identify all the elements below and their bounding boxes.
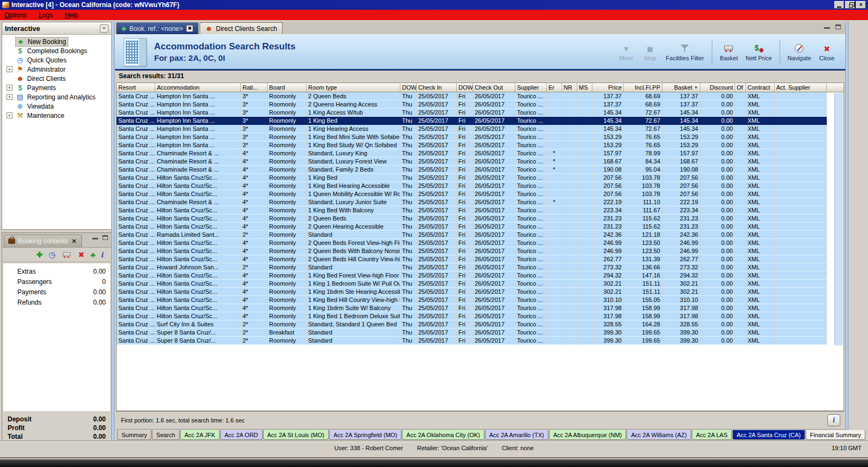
menu-options[interactable]: Options xyxy=(4,11,27,19)
table-row[interactable]: Santa Cruz ...Hilton Santa Cruz/Sc...4*R… xyxy=(117,174,844,182)
bottom-tab-acc-2a-albuquerque-nm[interactable]: Acc 2A Albuquerque (NM) xyxy=(549,430,627,440)
column-header-contract[interactable]: Contract xyxy=(746,83,775,92)
quote-clock-icon[interactable]: ◷ xyxy=(49,251,55,258)
table-row[interactable]: Santa Cruz ...Hilton Santa Cruz/Sc...4*R… xyxy=(117,239,844,247)
table-row[interactable]: Santa Cruz ...Hilton Santa Cruz/Sc...4*R… xyxy=(117,255,844,263)
table-row[interactable]: Santa Cruz ...Hilton Santa Cruz/Sc...4*R… xyxy=(117,288,844,296)
column-header-board[interactable]: Board xyxy=(267,83,307,92)
table-row[interactable]: Santa Cruz ...Ramada Limited Sant...2*Ro… xyxy=(117,231,844,239)
minimize-icon[interactable] xyxy=(834,1,844,9)
column-header-of[interactable]: Of xyxy=(735,83,746,92)
column-header-room-type[interactable]: Room type xyxy=(307,83,400,92)
sidebar-item-completed-bookings[interactable]: $Completed Bookings xyxy=(2,46,111,55)
bottom-tab-summary[interactable]: Summary xyxy=(117,430,151,440)
tree-expander-icon[interactable]: + xyxy=(7,112,12,118)
panel-maximize-icon[interactable] xyxy=(835,24,841,29)
bottom-tab-acc-2a-ord[interactable]: Acc 2A ORD xyxy=(220,430,263,440)
bottom-tab-acc-2a-santa-cruz-ca[interactable]: Acc 2A Santa Cruz (CA) xyxy=(732,430,805,440)
column-header-incl-fl-pp[interactable]: Incl.Fl.PP xyxy=(624,83,662,92)
column-header-accommodation[interactable]: Accommodation xyxy=(155,83,241,92)
sidebar-item-reporting-and-analytics[interactable]: +▤Reporting and Analytics xyxy=(2,92,111,102)
tree-expander-icon[interactable]: + xyxy=(7,94,12,100)
table-row[interactable]: Santa Cruz ...Hilton Santa Cruz/Sc...4*R… xyxy=(117,312,844,320)
table-row[interactable]: Santa Cruz ...Hampton Inn Santa ...3*Roo… xyxy=(117,100,844,109)
panel-maximize-icon[interactable] xyxy=(103,235,108,240)
sidebar-item-maintenance[interactable]: +⚒Maintenance xyxy=(2,111,111,120)
bottom-tab-acc-2a-jfk[interactable]: Acc 2A JFK xyxy=(180,430,220,440)
column-header-act-supplier[interactable]: Act. Supplier xyxy=(775,83,827,92)
bottom-tab-acc-2a-amarillo-tx[interactable]: Acc 2A Amarillo (TX) xyxy=(485,430,548,440)
table-row[interactable]: Santa Cruz ...Hilton Santa Cruz/Sc...4*R… xyxy=(117,304,844,312)
sidebar-item-direct-clients[interactable]: ☻Direct Clients xyxy=(2,74,111,83)
table-row[interactable]: Santa Cruz ...Hilton Santa Cruz/Sc...4*R… xyxy=(117,280,844,288)
table-row[interactable]: Santa Cruz ...Hilton Santa Cruz/Sc...4*R… xyxy=(117,247,844,255)
basket-button[interactable]: Basket xyxy=(716,41,742,64)
table-row[interactable]: Santa Cruz ...Chaminade Resort & ...4*Ro… xyxy=(117,149,844,157)
table-row[interactable]: Santa Cruz ...Howard Johnson San...2*Roo… xyxy=(117,263,844,272)
booking-contents-tab[interactable]: Booking contents ✕ xyxy=(4,235,82,247)
sidebar-item-viewdata[interactable]: ⊕Viewdata xyxy=(2,102,111,111)
left-splitter[interactable] xyxy=(111,22,114,441)
table-row[interactable]: Santa Cruz ...Chaminade Resort & ...4*Ro… xyxy=(117,157,844,166)
close-tab-icon[interactable]: ✖ xyxy=(186,25,193,32)
panel-minimize-icon[interactable] xyxy=(824,27,830,29)
tree-expander-icon[interactable]: + xyxy=(7,66,12,72)
collapse-panel-icon[interactable]: − xyxy=(100,24,108,33)
tree-expander-icon[interactable]: + xyxy=(7,85,12,91)
table-row[interactable]: Santa Cruz ...Chaminade Resort & ...4*Ro… xyxy=(117,166,844,174)
sidebar-item-administrator[interactable]: +⚑Administrator xyxy=(2,65,111,74)
nett-price-button[interactable]: Nett Price xyxy=(742,41,775,64)
table-row[interactable]: Santa Cruz ...Hampton Inn Santa ...3*Roo… xyxy=(117,109,844,117)
bottom-tab-acc-2a-springfield-mo[interactable]: Acc 2A Springfield (MO) xyxy=(329,430,401,440)
column-header-dow[interactable]: DOW xyxy=(400,83,417,92)
facilities-filter-button[interactable]: Facilities Filter xyxy=(662,41,707,64)
sidebar-item-quick-quotes[interactable]: ◷Quick Quotes xyxy=(2,55,111,65)
menu-help[interactable]: Help xyxy=(65,11,78,19)
table-row[interactable]: Santa Cruz ...Hilton Santa Cruz/Sc...4*R… xyxy=(117,182,844,190)
table-row[interactable]: Santa Cruz ...Hilton Santa Cruz/Sc...4*R… xyxy=(117,296,844,304)
restore-icon[interactable] xyxy=(845,1,855,9)
info-button[interactable]: i xyxy=(827,414,840,426)
column-header-er[interactable]: Er xyxy=(547,83,562,92)
column-header-price[interactable]: Price xyxy=(592,83,624,92)
table-row[interactable]: Santa Cruz ...Super 8 Santa Cruz/...2*Br… xyxy=(117,329,844,337)
column-header-supplier[interactable]: Supplier xyxy=(515,83,547,92)
panel-minimize-icon[interactable] xyxy=(92,238,98,239)
bottom-tab-financial-summary[interactable]: Financial Summary xyxy=(806,430,865,440)
column-header-discount[interactable]: Discount xyxy=(700,83,735,92)
table-row[interactable]: Santa Cruz ...Hampton Inn Santa ...3*Roo… xyxy=(117,125,844,133)
menu-logs[interactable]: Logs xyxy=(39,11,53,19)
table-row[interactable]: Santa Cruz ...Hilton Santa Cruz/Sc...4*R… xyxy=(117,214,844,223)
close-button[interactable]: ✖Close xyxy=(815,41,839,64)
delete-icon[interactable]: ✖ xyxy=(78,251,85,258)
navigate-button[interactable]: Navigate xyxy=(784,41,815,64)
bottom-tab-acc-2a-las[interactable]: Acc 2A LAS xyxy=(692,430,732,440)
table-row[interactable]: Santa Cruz ...Hampton Inn Santa ...3*Roo… xyxy=(117,133,844,141)
bottom-tab-search[interactable]: Search xyxy=(152,430,180,440)
table-row[interactable]: Santa Cruz ...Hilton Santa Cruz/Sc...4*R… xyxy=(117,206,844,214)
table-row[interactable]: Santa Cruz ...Hampton Inn Santa ...3*Roo… xyxy=(117,92,844,100)
table-row[interactable]: Santa Cruz ...Chaminade Resort & ...4*Ro… xyxy=(117,198,844,206)
column-header-basket[interactable]: Basket▼ xyxy=(662,83,700,92)
column-header-resort[interactable]: Resort xyxy=(117,83,155,92)
column-header-dow[interactable]: DOW xyxy=(457,83,473,92)
column-header-check-out[interactable]: Check Out xyxy=(473,83,515,92)
table-row[interactable]: Santa Cruz ...Hampton Inn Santa ...3*Roo… xyxy=(117,141,844,149)
info-icon[interactable]: i xyxy=(101,251,104,258)
tab-booking-ref[interactable]: ♣ Book. ref.: <none> ✖ xyxy=(116,22,199,34)
table-row[interactable]: Santa Cruz ...Hilton Santa Cruz/Sc...4*R… xyxy=(117,223,844,231)
sidebar-item-payments[interactable]: +$Payments xyxy=(2,83,111,92)
bottom-tab-acc-2a-st-louis-mo[interactable]: Acc 2A St Louis (MO) xyxy=(263,430,329,440)
column-header-rati[interactable]: Rati... xyxy=(241,83,267,92)
add-icon[interactable]: ✚ xyxy=(36,251,43,258)
close-booking-contents-icon[interactable]: ✕ xyxy=(71,238,78,245)
column-header-check-in[interactable]: Check In xyxy=(417,83,457,92)
bottom-tab-acc-2a-williams-az[interactable]: Acc 2A Williams (AZ) xyxy=(627,430,691,440)
sidebar-item-new-booking[interactable]: ♣New Booking xyxy=(2,37,111,46)
table-row[interactable]: Santa Cruz ...Super 8 Santa Cruz/...2*Ro… xyxy=(117,337,844,345)
bottom-tab-acc-2a-oklahoma-city-ok[interactable]: Acc 2A Oklahoma City (OK) xyxy=(402,430,484,440)
column-header-nr[interactable]: NR xyxy=(562,83,577,92)
right-splitter[interactable] xyxy=(845,22,848,441)
close-window-icon[interactable]: × xyxy=(856,1,866,9)
column-header-ms[interactable]: MS xyxy=(577,83,592,92)
